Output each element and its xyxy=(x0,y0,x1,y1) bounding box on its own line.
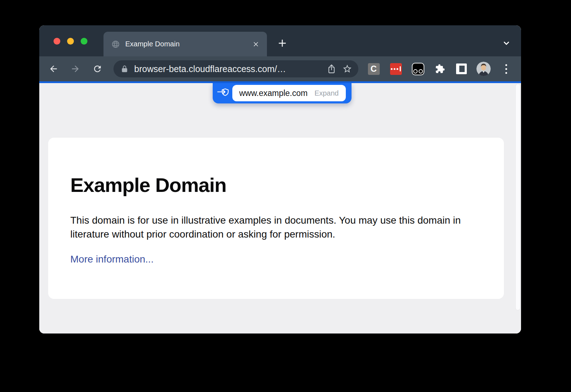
page-viewport: www.example.com Expand Example Domain Th… xyxy=(39,83,521,334)
password-manager-dots-icon xyxy=(390,63,402,75)
goggles-icon xyxy=(412,63,424,75)
traffic-lights xyxy=(54,38,87,45)
isolation-url-badge: www.example.com Expand xyxy=(213,83,352,103)
side-panel-icon xyxy=(456,63,467,74)
puzzle-icon xyxy=(435,64,445,74)
globe-favicon-icon xyxy=(111,40,120,49)
page-title: Example Domain xyxy=(70,173,226,197)
tab-bar: Example Domain xyxy=(39,25,521,56)
expand-button[interactable]: Expand xyxy=(314,89,346,97)
vertical-scrollbar-thumb[interactable] xyxy=(516,84,520,310)
extension-password-manager-button[interactable] xyxy=(389,62,402,75)
page-paragraph: This domain is for use in illustrative e… xyxy=(70,213,486,241)
extension-goggles-button[interactable] xyxy=(411,62,424,75)
extension-c-icon: C xyxy=(368,63,380,75)
zoom-window-button[interactable] xyxy=(81,38,87,45)
close-tab-icon[interactable] xyxy=(252,40,260,48)
minimize-window-button[interactable] xyxy=(67,38,74,45)
extensions-menu-button[interactable] xyxy=(434,62,446,75)
bookmark-star-icon[interactable] xyxy=(341,63,353,75)
tab-search-chevron-icon[interactable] xyxy=(500,37,513,50)
tab-example-domain[interactable]: Example Domain xyxy=(103,32,267,56)
more-information-link[interactable]: More information... xyxy=(70,254,153,265)
reload-button[interactable] xyxy=(91,62,104,75)
example-domain-card: Example Domain This domain is for use in… xyxy=(48,138,504,299)
side-panel-button[interactable] xyxy=(455,62,468,75)
lock-icon[interactable] xyxy=(121,65,128,73)
avatar-photo-icon xyxy=(476,62,491,76)
address-bar[interactable]: browser-beta.cloudflareaccess.com/… xyxy=(113,60,358,77)
profile-avatar[interactable] xyxy=(476,62,491,76)
forward-button[interactable] xyxy=(69,62,82,75)
browser-menu-button[interactable] xyxy=(500,62,512,75)
url-text: browser-beta.cloudflareaccess.com/… xyxy=(134,64,325,74)
new-tab-button[interactable] xyxy=(276,37,289,50)
isolated-hostname: www.example.com xyxy=(232,88,314,98)
close-window-button[interactable] xyxy=(54,38,60,45)
kebab-menu-icon xyxy=(505,64,507,74)
browser-window: Example Domain browser-beta.cloudflareac xyxy=(39,25,521,334)
extension-c-button[interactable]: C xyxy=(367,62,380,75)
shield-arrow-icon xyxy=(217,88,230,98)
tab-title: Example Domain xyxy=(125,40,252,48)
isolation-hostname-pill: www.example.com Expand xyxy=(232,85,346,101)
share-icon[interactable] xyxy=(325,63,338,75)
toolbar: browser-beta.cloudflareaccess.com/… C xyxy=(39,56,521,81)
back-button[interactable] xyxy=(47,62,60,75)
